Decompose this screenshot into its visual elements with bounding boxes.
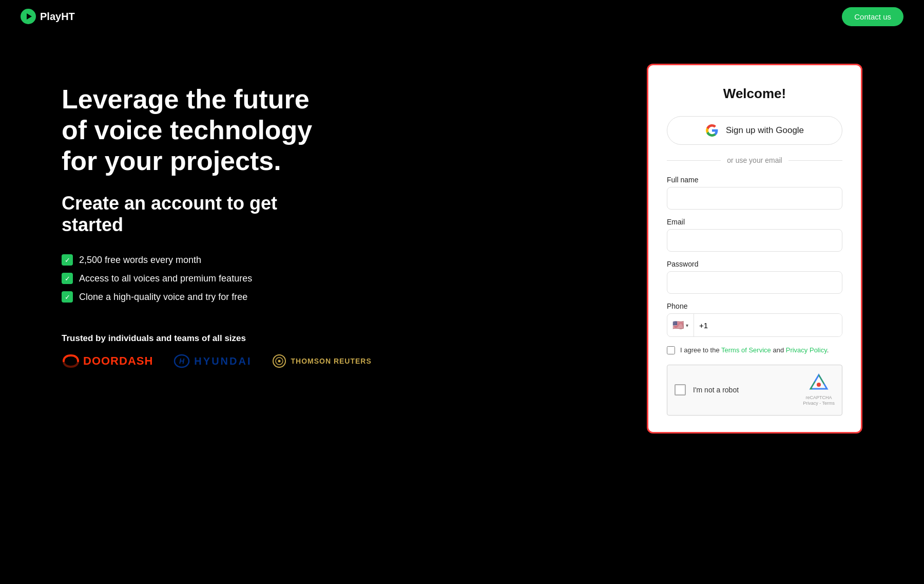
phone-field-wrapper: 🇺🇸 ▾ — [667, 313, 842, 337]
chevron-down-icon: ▾ — [686, 323, 688, 328]
divider: or use your email — [667, 156, 842, 164]
feature-text: Clone a high-quality voice and try for f… — [79, 292, 247, 303]
reuters-icon — [272, 354, 286, 368]
logo: PlayHT — [21, 9, 75, 24]
check-icon: ✓ — [62, 291, 73, 303]
password-label: Password — [667, 260, 842, 268]
reuters-logo: THOMSON REUTERS — [272, 354, 371, 368]
features-list: ✓ 2,500 free words every month ✓ Access … — [62, 254, 647, 303]
phone-country-selector[interactable]: 🇺🇸 ▾ — [667, 314, 694, 336]
recaptcha-left: I'm not a robot — [675, 384, 739, 395]
svg-point-6 — [278, 360, 281, 363]
tos-row: I agree to the Terms of Service and Priv… — [667, 345, 842, 355]
phone-field: Phone 🇺🇸 ▾ — [667, 302, 842, 337]
privacy-policy-link[interactable]: Privacy Policy — [786, 346, 827, 354]
tos-text: I agree to the Terms of Service and Priv… — [680, 345, 829, 355]
trusted-section: Trusted by individuals and teams of all … — [62, 333, 647, 368]
hyundai-logo: H HYUNDAI — [174, 354, 252, 368]
recaptcha-widget: I'm not a robot reCAPTCHAPrivacy - Terms — [667, 365, 842, 416]
recaptcha-branding: reCAPTCHAPrivacy - Terms — [803, 373, 835, 407]
divider-text: or use your email — [727, 156, 782, 164]
password-field: Password — [667, 260, 842, 302]
list-item: ✓ Clone a high-quality voice and try for… — [62, 291, 647, 303]
full-name-label: Full name — [667, 176, 842, 184]
contact-button[interactable]: Contact us — [842, 7, 903, 26]
doordash-icon — [62, 354, 80, 368]
terms-of-service-link[interactable]: Terms of Service — [721, 346, 771, 354]
feature-text: Access to all voices and premium feature… — [79, 273, 252, 284]
form-title: Welcome! — [667, 86, 842, 102]
recaptcha-checkbox[interactable] — [675, 384, 686, 395]
playht-logo-icon — [21, 9, 36, 24]
reuters-text: THOMSON REUTERS — [291, 357, 371, 365]
list-item: ✓ Access to all voices and premium featu… — [62, 273, 647, 284]
tos-checkbox[interactable] — [667, 346, 675, 354]
check-icon: ✓ — [62, 254, 73, 266]
divider-line-left — [667, 160, 721, 161]
doordash-text: DOORDASH — [83, 354, 153, 368]
svg-text:H: H — [179, 357, 185, 365]
phone-label: Phone — [667, 302, 842, 310]
signup-form-panel: Welcome! Sign up with Google or use your… — [647, 64, 862, 434]
logo-text: PlayHT — [40, 11, 75, 23]
check-icon: ✓ — [62, 273, 73, 284]
hyundai-icon: H — [174, 354, 190, 368]
divider-line-right — [788, 160, 842, 161]
sub-headline: Create an account to get started — [62, 193, 329, 236]
full-name-input[interactable] — [667, 187, 842, 210]
headline: Leverage the future of voice technology … — [62, 84, 329, 176]
main-content: Leverage the future of voice technology … — [0, 33, 924, 584]
email-input[interactable] — [667, 229, 842, 252]
recaptcha-label: I'm not a robot — [693, 386, 739, 394]
country-flag: 🇺🇸 — [672, 319, 684, 331]
hyundai-text: HYUNDAI — [194, 355, 252, 367]
header: PlayHT Contact us — [0, 0, 924, 33]
google-signup-button[interactable]: Sign up with Google — [667, 116, 842, 145]
list-item: ✓ 2,500 free words every month — [62, 254, 647, 266]
feature-text: 2,500 free words every month — [79, 255, 201, 266]
password-input[interactable] — [667, 271, 842, 294]
email-field: Email — [667, 218, 842, 260]
brand-logos: DOORDASH H HYUNDAI — [62, 354, 647, 368]
doordash-logo: DOORDASH — [62, 354, 153, 368]
full-name-field: Full name — [667, 176, 842, 218]
trusted-label: Trusted by individuals and teams of all … — [62, 333, 647, 344]
google-icon — [705, 124, 719, 137]
svg-point-7 — [817, 383, 821, 387]
left-panel: Leverage the future of voice technology … — [62, 64, 647, 368]
email-label: Email — [667, 218, 842, 226]
recaptcha-brand-text: reCAPTCHAPrivacy - Terms — [803, 395, 835, 407]
recaptcha-logo-icon — [809, 373, 829, 393]
phone-number-input[interactable] — [694, 314, 842, 336]
google-button-label: Sign up with Google — [726, 125, 804, 136]
